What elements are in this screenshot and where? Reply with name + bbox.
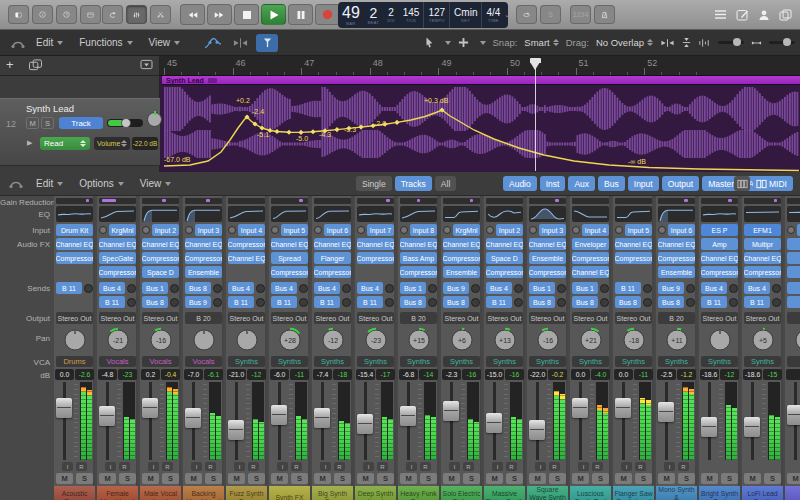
audio-fx-slot[interactable]: Compressor (400, 266, 437, 278)
channel-solo-button[interactable]: S (592, 473, 609, 484)
channel-name-plate[interactable]: Acoustic Drums (54, 486, 95, 500)
channel-name-plate[interactable]: Big Synth Bass (312, 486, 353, 500)
eq-thumbnail[interactable] (357, 206, 394, 222)
filter-button-audio[interactable]: Audio (503, 176, 537, 191)
volume-fader[interactable] (185, 408, 201, 428)
pan-knob[interactable]: +11 (664, 327, 690, 353)
audio-fx-slot[interactable]: Channel EQ (615, 238, 652, 250)
filter-button-mastervca[interactable]: Master/VCA (702, 176, 760, 191)
send-knob[interactable] (342, 284, 351, 293)
input-button[interactable]: Input 6 (324, 224, 351, 236)
channel-name-plate[interactable]: Bright Synth Pad (699, 486, 740, 500)
audio-fx-slot[interactable]: Multipr (744, 238, 781, 250)
channel-mute-button[interactable]: M (142, 473, 159, 484)
tracks-menu-view[interactable]: View (149, 37, 181, 48)
audio-fx-slot[interactable]: Space D (486, 252, 523, 264)
send-button[interactable]: Bus 9 (185, 296, 211, 308)
audio-fx-slot[interactable]: Compressor (701, 266, 738, 278)
channel-solo-button[interactable]: S (764, 473, 781, 484)
tracks-menu-functions[interactable]: Functions (79, 37, 132, 48)
input-monitor-button[interactable] (529, 226, 537, 234)
record-enable-button[interactable]: R (678, 462, 689, 471)
flex-icon[interactable] (229, 34, 251, 52)
send-button[interactable]: Bus 1 (572, 282, 598, 294)
vca-assignment[interactable]: Synths (443, 356, 480, 367)
send-button[interactable]: Bus 4 (357, 282, 383, 294)
record-enable-button[interactable]: R (291, 462, 302, 471)
vca-assignment[interactable]: Vocals (99, 356, 136, 367)
output-button[interactable]: B 20 (185, 312, 222, 324)
toolbar-toggle-icon[interactable] (80, 5, 101, 24)
channel-solo-button[interactable]: S (549, 473, 566, 484)
slider-knob[interactable] (733, 38, 741, 46)
pan-knob[interactable] (62, 327, 88, 353)
eq-thumbnail[interactable] (615, 206, 652, 222)
record-enable-button[interactable]: R (420, 462, 431, 471)
audio-fx-slot[interactable]: Compressor (443, 252, 480, 264)
audio-fx-slot[interactable]: Channel EQ (658, 238, 695, 250)
audio-fx-slot[interactable]: Compressor (615, 252, 652, 264)
send-button[interactable]: Bus 8 (142, 296, 168, 308)
output-button[interactable]: Stereo Out (271, 312, 308, 324)
input-button[interactable]: Input 4 (238, 224, 265, 236)
count-in-button[interactable]: 1234 (570, 5, 591, 24)
pan-knob[interactable]: +21 (578, 327, 604, 353)
channel-name-plate[interactable]: Fuzz Synth Bass (226, 486, 267, 500)
audio-fx-slot[interactable]: Channel EQ (56, 238, 93, 250)
narrow-channel-view-icon[interactable] (734, 176, 750, 191)
channel-mute-button[interactable]: M (787, 473, 800, 484)
audio-fx-slot[interactable]: SpecGate (99, 252, 136, 264)
channel-mute-button[interactable]: M (228, 473, 245, 484)
input-monitoring-button[interactable]: I (449, 462, 460, 471)
automation-icon[interactable] (202, 34, 224, 52)
lcd-field-bar[interactable]: 49BAR (338, 2, 364, 28)
eq-thumbnail[interactable] (185, 206, 222, 222)
input-monitoring-button[interactable]: I (320, 462, 331, 471)
input-monitor-button[interactable] (486, 226, 494, 234)
send-knob[interactable] (256, 284, 265, 293)
list-editors-icon[interactable] (714, 9, 727, 20)
audio-fx-slot[interactable]: Compressor (271, 266, 308, 278)
input-monitoring-button[interactable]: I (664, 462, 675, 471)
channel-mute-button[interactable]: M (701, 473, 718, 484)
volume-fader[interactable] (99, 406, 115, 426)
output-button[interactable]: Stereo Out (744, 312, 781, 324)
snap-select[interactable]: Smart (524, 37, 558, 48)
record-enable-button[interactable]: R (592, 462, 603, 471)
input-monitor-button[interactable] (185, 226, 193, 234)
channel-strip[interactable]: KrgMnlChannel EQSpecGateCompressorBus 4B… (97, 196, 138, 500)
inspector-icon[interactable]: i (32, 5, 53, 24)
channel-name-plate[interactable]: Flanger Saw Synth Lead (613, 486, 654, 500)
input-monitor-button[interactable] (99, 226, 107, 234)
eq-thumbnail[interactable] (271, 206, 308, 222)
pan-knob[interactable]: +28 (277, 327, 303, 353)
input-monitor-button[interactable] (228, 226, 236, 234)
eq-thumbnail[interactable] (529, 206, 566, 222)
output-button[interactable]: Stereo Out (314, 312, 351, 324)
zoom-fit-vertical-icon[interactable] (682, 37, 691, 48)
view-button-tracks[interactable]: Tracks (395, 176, 432, 191)
track-header-settings-icon[interactable] (140, 59, 153, 70)
channel-name-plate[interactable]: Square Wave Synth Lead (527, 486, 568, 500)
input-monitoring-button[interactable]: I (578, 462, 589, 471)
send-button[interactable]: B 11 (271, 296, 297, 308)
channel-mute-button[interactable]: M (99, 473, 116, 484)
lcd-field-beat[interactable]: 2BEAT (364, 2, 383, 28)
send-button[interactable]: B 11 (56, 282, 82, 294)
channel-strip[interactable]: Input 2Channel EQSpace DCompressorBus 4B… (484, 196, 525, 500)
record-enable-button[interactable]: R (377, 462, 388, 471)
volume-automation-curve[interactable]: -67.0 dB+0.2-2.4-5.1-5.0-4.3-3.3-2.0+0.3… (160, 76, 800, 172)
channel-name-plate[interactable]: Heavy Funk Bass (398, 486, 439, 500)
volume-fader[interactable] (572, 398, 588, 418)
channel-mute-button[interactable]: M (443, 473, 460, 484)
audio-fx-slot[interactable]: Spread (271, 252, 308, 264)
send-knob[interactable] (643, 298, 652, 307)
filter-button-aux[interactable]: Aux (568, 176, 595, 191)
send-button[interactable]: Bus 8 (529, 296, 555, 308)
record-enable-button[interactable]: R (334, 462, 345, 471)
input-monitoring-button[interactable]: I (406, 462, 417, 471)
pan-knob[interactable] (191, 327, 217, 353)
send-button[interactable]: Bus 8 (615, 296, 641, 308)
audio-fx-slot[interactable]: Ensemble (443, 266, 480, 278)
send-knob[interactable] (428, 298, 437, 307)
